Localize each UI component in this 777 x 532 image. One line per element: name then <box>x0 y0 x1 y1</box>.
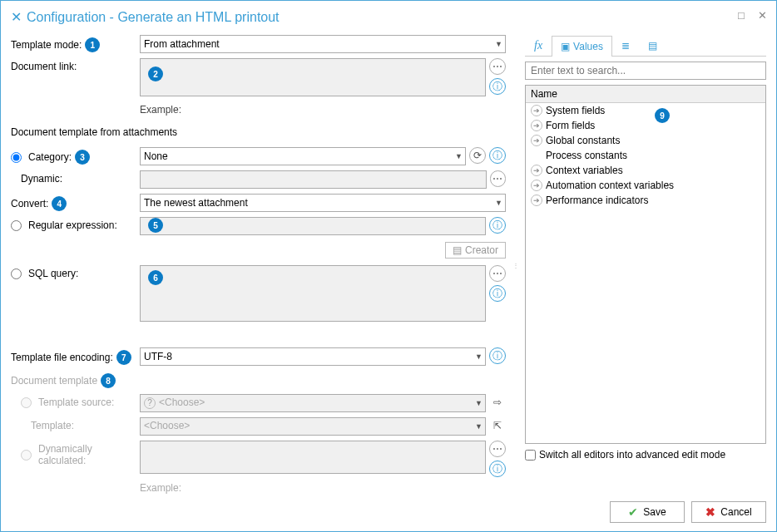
template-source-label: Template source: <box>38 397 114 408</box>
document-link-label: Document link: <box>11 61 77 72</box>
expand-icon[interactable]: ➔ <box>531 195 542 206</box>
badge-7: 7 <box>116 350 131 365</box>
example-label-1: Example: <box>140 104 506 116</box>
left-panel: Template mode: 1 ▼ Document link: 2 <box>11 35 506 496</box>
template-label: Template: <box>31 420 74 431</box>
encoding-label: Template file encoding: <box>11 352 113 363</box>
tree-item-performance[interactable]: ➔Performance indicators <box>526 193 765 208</box>
dynamic-input <box>140 170 487 189</box>
badge-4: 4 <box>52 196 67 211</box>
window-controls: □ ✕ <box>738 9 768 19</box>
ellipsis-icon: ⋯ <box>489 441 506 457</box>
sql-radio[interactable] <box>11 268 22 279</box>
save-button[interactable]: ✔ Save <box>610 501 685 523</box>
convert-label: Convert: <box>11 198 48 209</box>
tree-box: Name ➔System fields ➔Form fields ➔Global… <box>525 85 766 444</box>
tree-item-automation-context[interactable]: ➔Automation context variables <box>526 178 765 193</box>
badge-2: 2 <box>148 66 163 81</box>
tree-item-process-constants[interactable]: Process constants <box>526 148 765 163</box>
window-title: Configuration - Generate an HTML printou… <box>27 10 280 25</box>
sql-label: SQL query: <box>28 268 78 279</box>
tree-item-system-fields[interactable]: ➔System fields <box>526 103 765 118</box>
template-source-radio <box>21 397 32 408</box>
footer: ✔ Save ✖ Cancel <box>610 501 766 523</box>
dyn-calc-input <box>140 441 486 474</box>
cancel-button[interactable]: ✖ Cancel <box>691 501 766 523</box>
book-icon: ▤ <box>453 244 462 256</box>
advanced-mode-checkbox[interactable] <box>525 450 536 461</box>
convert-select[interactable] <box>140 194 506 212</box>
tab-fx[interactable]: fx <box>525 35 552 56</box>
dynamic-label: Dynamic: <box>21 173 62 185</box>
right-panel: fx ▣ Values ≣ ▤ Name ➔System fields ➔For… <box>525 35 766 496</box>
badge-9: 9 <box>655 108 670 123</box>
info-icon[interactable]: ⓘ <box>489 78 506 95</box>
ellipsis-icon[interactable]: ⋯ <box>489 265 506 282</box>
regex-input[interactable] <box>140 217 486 235</box>
template-source-select: ?<Choose> <box>140 394 486 412</box>
example-label-2: Example: <box>140 482 506 494</box>
creator-button[interactable]: ▤ Creator <box>445 242 506 259</box>
sql-input[interactable] <box>140 265 486 322</box>
tabs: fx ▣ Values ≣ ▤ <box>525 35 766 57</box>
config-window: ✕ Configuration - Generate an HTML print… <box>0 0 777 532</box>
regex-label: Regular expression: <box>28 219 117 231</box>
badge-3: 3 <box>75 150 90 165</box>
help-icon: ? <box>144 397 156 409</box>
cancel-icon: ✖ <box>705 505 715 519</box>
expand-icon[interactable]: ➔ <box>531 180 542 191</box>
info-icon[interactable]: ⓘ <box>489 285 506 302</box>
info-icon[interactable]: ⓘ <box>489 347 506 364</box>
splitter[interactable]: ⋮ <box>514 35 517 496</box>
document-link-input[interactable] <box>140 58 486 96</box>
refresh-icon[interactable]: ⟳ <box>469 147 486 164</box>
info-icon: ⓘ <box>489 461 506 477</box>
tab-list[interactable]: ≣ <box>612 35 639 56</box>
info-icon[interactable]: ⓘ <box>489 147 506 164</box>
list-icon: ≣ <box>621 40 630 52</box>
close-icon[interactable]: ✕ <box>758 9 768 19</box>
tree-item-global-constants[interactable]: ➔Global constants <box>526 133 765 148</box>
badge-1: 1 <box>85 37 100 52</box>
template-mode-label: Template mode: <box>11 39 82 51</box>
search-input[interactable] <box>525 62 766 80</box>
check-icon: ✔ <box>628 505 638 519</box>
text-icon: ▤ <box>648 40 657 52</box>
dyn-calc-label: Dynamically calculated: <box>38 443 140 466</box>
regex-radio[interactable] <box>11 220 22 231</box>
values-tab-icon: ▣ <box>561 41 570 52</box>
template-mode-select[interactable] <box>140 35 506 53</box>
titlebar: ✕ Configuration - Generate an HTML print… <box>11 9 766 25</box>
doc-template-attach-label: Document template from attachments <box>11 126 177 138</box>
maximize-icon[interactable]: □ <box>738 9 748 19</box>
expand-icon[interactable]: ➔ <box>531 105 542 116</box>
arrow-right-icon: ⇨ <box>489 394 506 411</box>
template-select: <Choose> <box>140 417 486 436</box>
dyn-calc-radio <box>21 450 32 461</box>
badge-5: 5 <box>148 218 163 233</box>
tree-item-context-variables[interactable]: ➔Context variables <box>526 163 765 178</box>
fx-icon: fx <box>534 39 542 52</box>
expand-icon[interactable]: ➔ <box>531 165 542 176</box>
category-label: Category: <box>28 151 72 163</box>
ellipsis-icon[interactable]: ⋯ <box>489 58 506 75</box>
advanced-mode-label: Switch all editors into advanced edit mo… <box>539 449 725 461</box>
name-column-header: Name <box>526 86 765 103</box>
doc-template-label: Document template <box>11 375 97 387</box>
tab-text[interactable]: ▤ <box>639 35 666 56</box>
export-icon: ⇱ <box>489 417 506 434</box>
category-radio[interactable] <box>11 152 22 163</box>
expand-icon[interactable]: ➔ <box>531 120 542 131</box>
config-icon: ✕ <box>11 9 22 25</box>
ellipsis-icon[interactable]: ⋯ <box>490 170 506 187</box>
encoding-select[interactable] <box>140 347 486 366</box>
tree-item-form-fields[interactable]: ➔Form fields <box>526 118 765 133</box>
info-icon[interactable]: ⓘ <box>489 217 506 234</box>
category-select[interactable] <box>140 147 466 165</box>
expand-icon[interactable]: ➔ <box>531 135 542 146</box>
badge-8: 8 <box>101 373 116 388</box>
tab-values[interactable]: ▣ Values <box>552 36 612 57</box>
badge-6: 6 <box>148 270 163 285</box>
